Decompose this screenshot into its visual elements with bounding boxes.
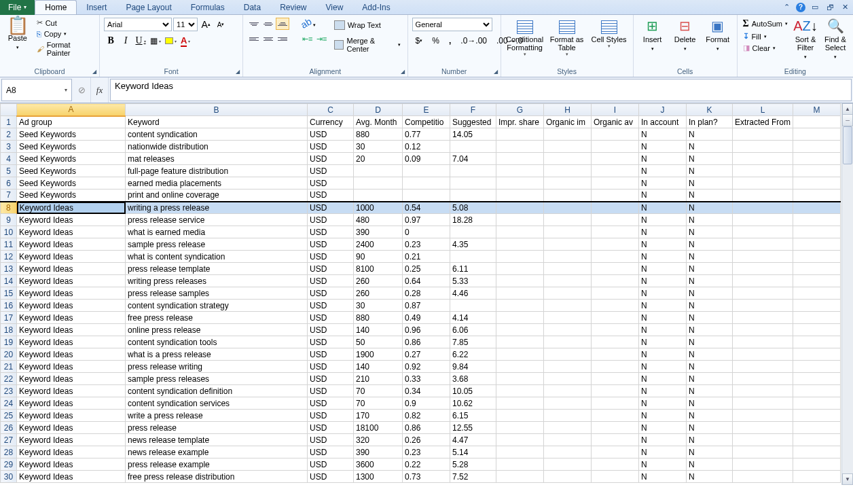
cell[interactable] — [592, 373, 639, 385]
cell[interactable]: what is a press release — [126, 348, 308, 361]
cell[interactable] — [793, 361, 841, 373]
cell[interactable]: 0.82 — [403, 410, 450, 422]
align-middle-button[interactable] — [261, 18, 275, 30]
row-header[interactable]: 20 — [1, 348, 17, 361]
cell[interactable] — [450, 226, 496, 238]
row-header[interactable]: 13 — [1, 263, 17, 275]
row-header[interactable]: 26 — [1, 422, 17, 434]
cell[interactable]: USD — [308, 434, 354, 446]
cell[interactable]: 5.28 — [450, 458, 496, 471]
row-header[interactable]: 6 — [1, 177, 17, 190]
cell[interactable]: USD — [308, 226, 354, 238]
cancel-formula-icon[interactable]: ⊘ — [73, 77, 91, 103]
cell[interactable] — [733, 275, 793, 287]
cell[interactable] — [544, 385, 592, 397]
format-cells-button[interactable]: ▣Format▾ — [703, 16, 733, 52]
cell[interactable] — [544, 177, 592, 190]
cell[interactable]: 1300 — [354, 471, 403, 483]
cell[interactable] — [733, 385, 793, 397]
cell[interactable] — [592, 410, 639, 422]
cell[interactable]: N — [639, 410, 687, 422]
cell[interactable]: 0.09 — [403, 153, 450, 165]
cell[interactable]: Keyword Ideas — [17, 251, 126, 263]
cell[interactable] — [733, 263, 793, 275]
cell[interactable] — [544, 348, 592, 361]
cell[interactable] — [496, 434, 544, 446]
cell[interactable]: content syndication strategy — [126, 300, 308, 312]
cell[interactable]: N — [639, 348, 687, 361]
cell[interactable] — [544, 312, 592, 324]
row-header[interactable]: 8 — [1, 202, 17, 214]
cell[interactable]: N — [639, 446, 687, 458]
cell[interactable]: USD — [308, 190, 354, 202]
cell[interactable]: content syndication — [126, 128, 308, 141]
help-icon[interactable]: ? — [796, 3, 805, 12]
cell[interactable]: N — [639, 287, 687, 300]
cell[interactable]: 0.26 — [403, 434, 450, 446]
cell[interactable] — [496, 385, 544, 397]
cell[interactable] — [793, 422, 841, 434]
cell[interactable]: USD — [308, 348, 354, 361]
cell[interactable]: USD — [308, 324, 354, 336]
cell[interactable]: USD — [308, 397, 354, 410]
cell[interactable] — [592, 458, 639, 471]
cell[interactable]: USD — [308, 287, 354, 300]
cell[interactable]: 70 — [354, 397, 403, 410]
cell[interactable]: USD — [308, 385, 354, 397]
close-window-icon[interactable]: ✕ — [839, 2, 850, 13]
cell[interactable] — [354, 190, 403, 202]
cell[interactable]: 0.86 — [403, 336, 450, 348]
cell[interactable]: 0.92 — [403, 361, 450, 373]
row-header[interactable]: 10 — [1, 226, 17, 238]
cell[interactable]: Keyword Ideas — [17, 446, 126, 458]
vertical-scrollbar[interactable]: ▲ ─ ▼ — [841, 103, 853, 485]
cell[interactable]: content syndication services — [126, 397, 308, 410]
row-header[interactable]: 5 — [1, 165, 17, 177]
cell[interactable]: Keyword Ideas — [17, 214, 126, 226]
cell[interactable]: USD — [308, 177, 354, 190]
fx-icon[interactable]: fx — [91, 77, 109, 103]
cell[interactable]: N — [639, 312, 687, 324]
row-header[interactable]: 14 — [1, 275, 17, 287]
cell[interactable]: N — [687, 141, 733, 153]
cell[interactable]: N — [639, 202, 687, 214]
cell[interactable]: N — [687, 226, 733, 238]
cell[interactable]: Suggested — [450, 116, 496, 128]
cell[interactable]: N — [639, 214, 687, 226]
cell[interactable]: N — [687, 422, 733, 434]
cell[interactable]: USD — [308, 471, 354, 483]
cell[interactable] — [496, 446, 544, 458]
cell[interactable] — [793, 434, 841, 446]
cell[interactable] — [544, 153, 592, 165]
cell[interactable] — [544, 251, 592, 263]
cell[interactable]: In account — [639, 116, 687, 128]
cell[interactable] — [592, 446, 639, 458]
cell[interactable] — [733, 348, 793, 361]
cell[interactable] — [544, 324, 592, 336]
tab-formulas[interactable]: Formulas — [181, 1, 234, 14]
cell[interactable] — [793, 238, 841, 251]
cell[interactable]: 9.84 — [450, 361, 496, 373]
cell[interactable]: 0.49 — [403, 312, 450, 324]
cell[interactable]: news release example — [126, 446, 308, 458]
cell[interactable]: what is content syndication — [126, 251, 308, 263]
row-header[interactable]: 1 — [1, 116, 17, 128]
number-format-select[interactable]: General — [412, 18, 492, 31]
cell[interactable] — [793, 214, 841, 226]
cell[interactable] — [496, 312, 544, 324]
cell[interactable] — [592, 348, 639, 361]
minimize-ribbon-icon[interactable]: ⌃ — [781, 2, 792, 13]
cell[interactable] — [793, 458, 841, 471]
cell[interactable]: Keyword Ideas — [17, 385, 126, 397]
cell[interactable] — [592, 312, 639, 324]
cell[interactable] — [793, 287, 841, 300]
cell[interactable] — [544, 128, 592, 141]
cell[interactable]: Keyword Ideas — [17, 226, 126, 238]
cell[interactable]: USD — [308, 238, 354, 251]
cell[interactable]: nationwide distribution — [126, 141, 308, 153]
cell[interactable]: Extracted From — [733, 116, 793, 128]
row-header[interactable]: 7 — [1, 190, 17, 202]
cell[interactable]: 20 — [354, 153, 403, 165]
restore-window-icon[interactable]: 🗗 — [824, 2, 835, 13]
cell[interactable] — [733, 434, 793, 446]
